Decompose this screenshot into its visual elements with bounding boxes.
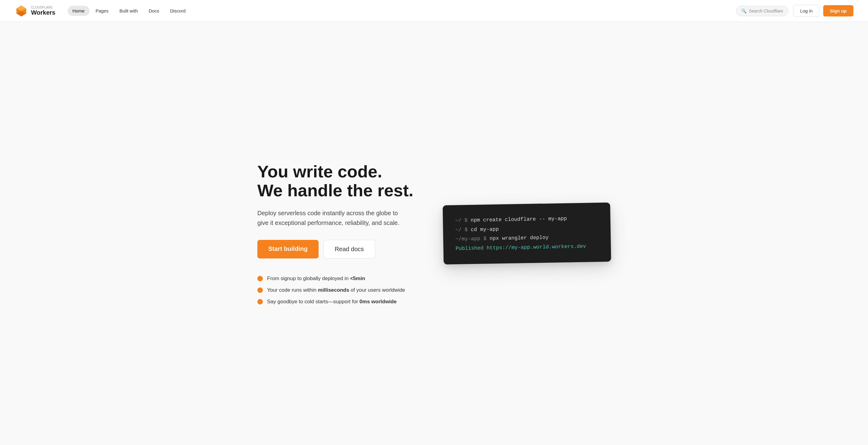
bullet-1-text: From signup to globally deployed in <5mi… bbox=[267, 275, 365, 281]
logo-text: CLOUDFLARE Workers bbox=[31, 6, 56, 16]
terminal-dollar-3: $ bbox=[483, 236, 490, 241]
hero-left: You write code. We handle the rest. Depl… bbox=[257, 162, 425, 305]
search-placeholder-text: Search Cloudflare bbox=[749, 8, 783, 13]
start-building-button[interactable]: Start building bbox=[257, 240, 318, 259]
nav-built-with[interactable]: Built with bbox=[115, 6, 143, 16]
terminal-cmd-2: cd my-app bbox=[471, 226, 499, 233]
terminal-dollar-1: $ bbox=[464, 217, 471, 223]
search-icon: 🔍 bbox=[741, 8, 746, 13]
hero-section: You write code. We handle the rest. Depl… bbox=[0, 22, 868, 445]
login-button[interactable]: Log in bbox=[793, 5, 819, 17]
bullet-2: Your code runs within milliseconds of yo… bbox=[257, 287, 425, 293]
navbar: CLOUDFLARE Workers Home Pages Built with… bbox=[0, 0, 868, 22]
hero-title-line1: You write code. bbox=[257, 162, 382, 181]
terminal-path-1: ~/ bbox=[455, 217, 464, 224]
hero-right: ~/ $ npm create cloudflare -- my-app ~/ … bbox=[443, 204, 611, 263]
read-docs-button[interactable]: Read docs bbox=[323, 240, 375, 259]
bullet-dot-3 bbox=[257, 299, 263, 304]
terminal-window: ~/ $ npm create cloudflare -- my-app ~/ … bbox=[442, 202, 611, 265]
bullet-1: From signup to globally deployed in <5mi… bbox=[257, 275, 425, 281]
logo-top-text: CLOUDFLARE bbox=[31, 6, 56, 9]
nav-links: Home Pages Built with Docs Discord bbox=[68, 6, 736, 16]
hero-title-line2: We handle the rest. bbox=[257, 181, 413, 200]
nav-docs[interactable]: Docs bbox=[144, 6, 164, 16]
terminal-url: https://my-app.world.workers.dev bbox=[487, 243, 586, 251]
logo-link[interactable]: CLOUDFLARE Workers bbox=[14, 4, 56, 18]
bullet-2-text: Your code runs within milliseconds of yo… bbox=[267, 287, 405, 293]
logo-bottom-text: Workers bbox=[31, 9, 56, 16]
terminal-dollar-2: $ bbox=[464, 227, 471, 233]
bullet-dot-1 bbox=[257, 276, 263, 281]
hero-buttons: Start building Read docs bbox=[257, 240, 425, 259]
nav-discord[interactable]: Discord bbox=[165, 6, 190, 16]
terminal-published: Published bbox=[456, 245, 487, 251]
bullet-3-text: Say goodbye to cold starts—support for 0… bbox=[267, 299, 397, 305]
terminal-cmd-1: npm create cloudflare -- my-app bbox=[470, 216, 567, 224]
terminal-path-3: ~/my-app bbox=[455, 236, 483, 242]
bullet-3: Say goodbye to cold starts—support for 0… bbox=[257, 299, 425, 305]
terminal-cmd-3: npx wrangler deploy bbox=[490, 235, 549, 241]
bullet-dot-2 bbox=[257, 288, 263, 293]
signup-button[interactable]: Sign up bbox=[823, 5, 854, 17]
nav-pages[interactable]: Pages bbox=[91, 6, 114, 16]
terminal-path-2: ~/ bbox=[455, 227, 465, 233]
cloudflare-logo-icon bbox=[14, 4, 28, 18]
hero-subtitle: Deploy serverless code instantly across … bbox=[257, 208, 404, 228]
nav-home[interactable]: Home bbox=[68, 6, 90, 16]
search-bar[interactable]: 🔍 Search Cloudflare bbox=[736, 6, 788, 16]
hero-bullets: From signup to globally deployed in <5mi… bbox=[257, 275, 425, 305]
nav-actions: Log in Sign up bbox=[793, 5, 854, 17]
hero-title: You write code. We handle the rest. bbox=[257, 162, 425, 200]
